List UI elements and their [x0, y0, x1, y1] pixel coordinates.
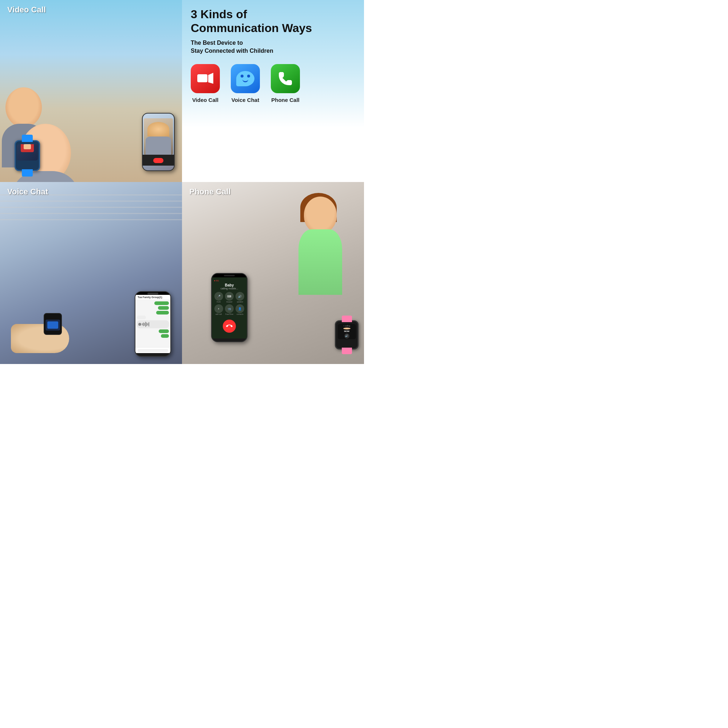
calling-phone: ● 5G Baby calling mobile... 🎤 mute ⌨ key…	[211, 273, 248, 342]
video-call-icon-label: Video Call	[192, 97, 219, 103]
watch-screen	[17, 144, 38, 161]
communication-icons-row: Video Call Voice Chat	[191, 64, 355, 103]
pink-watch-case: < calling MOM 🔊	[335, 320, 359, 349]
add-call-label: add call	[214, 313, 223, 315]
phone-call-item: Phone Call	[271, 64, 300, 103]
contacts-button[interactable]: 👤	[236, 304, 244, 313]
smartwatch-pink: < calling MOM 🔊	[335, 320, 359, 349]
wave-7	[148, 322, 149, 327]
mic-icon	[138, 323, 141, 326]
watch-band-bottom	[22, 169, 33, 177]
caller-name: MOM	[344, 330, 349, 332]
right-eye	[247, 75, 250, 78]
video-call-image	[144, 118, 173, 155]
call-status-text: calling mobile...	[220, 287, 238, 290]
child-figure	[5, 87, 42, 127]
subtitle-line1: The Best Device to	[191, 40, 243, 46]
wave-6	[147, 323, 148, 326]
phone2-notch	[135, 292, 170, 295]
wrist-watch-screen	[46, 320, 60, 330]
voice-chat-label-bg: Voice Chat	[4, 186, 52, 198]
caller-avatar	[343, 327, 350, 329]
mute-btn-group: 🎤 mute	[214, 292, 223, 303]
video-call-app-icon	[191, 64, 220, 93]
speaker-button[interactable]: 🔊	[236, 292, 244, 301]
msg-6	[161, 334, 169, 338]
call-screen: ● 5G Baby calling mobile... 🎤 mute ⌨ key…	[212, 277, 247, 338]
msg-5	[159, 329, 169, 333]
chat-input-field	[138, 349, 168, 352]
msg-3	[156, 311, 169, 315]
phone-decline-button	[153, 158, 164, 163]
voice-message	[137, 320, 169, 328]
bleacher-line-5	[0, 219, 182, 220]
wave-5	[146, 323, 147, 326]
watch-band-top	[22, 135, 33, 142]
keypad-button[interactable]: ⌨	[225, 292, 234, 301]
watch-screen-face	[17, 144, 38, 161]
phone-video-call	[142, 113, 175, 171]
voice-chat-item: Voice Chat	[231, 64, 260, 103]
mute-label: mute	[214, 301, 223, 303]
phone-pill	[147, 293, 158, 294]
info-panel: 3 Kinds of Communication Ways The Best D…	[182, 0, 364, 182]
phone-call-cell: ● 5G Baby calling mobile... 🎤 mute ⌨ key…	[182, 182, 364, 364]
call-timer: ● 5G	[214, 280, 219, 282]
video-call-cell: Video Call	[0, 0, 182, 182]
wrist-watch-case	[44, 313, 62, 335]
wave-4	[145, 322, 146, 327]
left-eye	[241, 75, 243, 78]
info-title: 3 Kinds of Communication Ways	[191, 7, 355, 35]
child-face	[5, 87, 42, 127]
decline-phone-icon	[226, 323, 232, 329]
phone-call-label-bg: Phone Call	[186, 186, 234, 198]
video-call-item: Video Call	[191, 64, 220, 103]
wave-1	[142, 323, 143, 326]
wave-3	[144, 323, 145, 326]
speaker-btn-group: 🔊 speaker	[236, 292, 245, 303]
phone-video-screen	[143, 113, 174, 170]
add-call-button[interactable]: +	[214, 304, 223, 313]
notch-pill	[224, 275, 235, 276]
phone3-notch	[212, 274, 247, 277]
voice-chat-app-icon	[231, 64, 260, 93]
video-call-label-bg: Video Call	[4, 4, 49, 16]
bleacher-background	[0, 189, 182, 298]
info-subtitle: The Best Device to Stay Connected with C…	[191, 39, 355, 55]
phone-svg	[277, 70, 294, 87]
contacts-btn-group: 👤 contacts	[236, 304, 245, 315]
girl-head	[304, 197, 337, 233]
video-call-label: Video Call	[7, 5, 46, 14]
svg-rect-0	[197, 74, 208, 82]
call-buttons-grid: 🎤 mute ⌨ keypad 🔊 speaker + add call	[214, 292, 245, 315]
speaker-label: speaker	[236, 301, 245, 303]
facetime-btn-group: 📹 FaceTime	[225, 304, 234, 315]
add-call-btn-group: + add call	[214, 304, 223, 315]
bleacher-line-2	[0, 200, 182, 202]
facetime-button[interactable]: 📹	[225, 304, 234, 313]
chat-phone-screen: Tua Family Group(1)	[135, 295, 170, 353]
watch-case	[15, 140, 40, 171]
msg-2	[158, 306, 169, 310]
pink-band-bottom	[342, 348, 352, 354]
bleacher-line-3	[0, 207, 182, 208]
voice-chat-phone: Tua Family Group(1)	[135, 291, 171, 357]
video-camera-svg	[197, 73, 213, 84]
pink-watch-screen: < calling MOM 🔊	[338, 324, 356, 339]
waveform	[142, 322, 149, 327]
pink-band-top	[342, 316, 352, 322]
hand-shape	[11, 324, 69, 353]
subtitle-line2: Stay Connected with Children	[191, 48, 273, 54]
watch-speaker-btn[interactable]: 🔊	[344, 333, 349, 338]
voice-chat-label: Voice Chat	[7, 187, 48, 196]
phone-call-label: Phone Call	[189, 187, 231, 196]
call-decline-button[interactable]	[223, 320, 236, 333]
msg-4	[137, 316, 146, 319]
mute-button[interactable]: 🎤	[214, 292, 223, 301]
call-contact-name: Baby	[225, 283, 234, 287]
girl-body	[298, 229, 342, 295]
contacts-label: contacts	[236, 313, 245, 315]
chat-input-area	[135, 347, 170, 353]
wrist-watch-container	[44, 313, 62, 335]
smartwatch-blue	[15, 140, 40, 171]
